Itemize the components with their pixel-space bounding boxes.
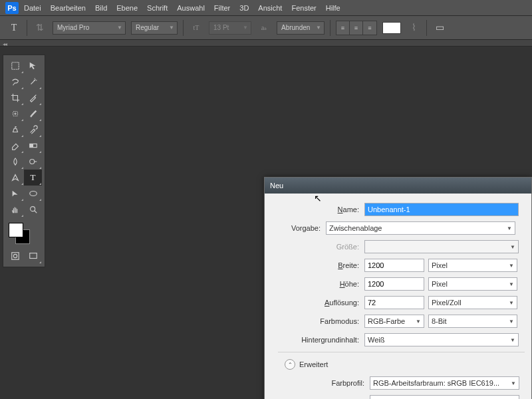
menu-datei[interactable]: Datei bbox=[24, 4, 41, 12]
height-unit-select[interactable]: Pixel▼ bbox=[428, 277, 517, 291]
path-select-tool[interactable] bbox=[6, 186, 24, 201]
size-select: ▼ bbox=[364, 240, 519, 253]
clone-stamp-tool[interactable] bbox=[6, 122, 24, 138]
resolution-unit-select[interactable]: Pixel/Zoll▼ bbox=[428, 296, 517, 309]
font-size-combo[interactable]: 13 Pt▼ bbox=[209, 21, 251, 35]
pen-tool[interactable] bbox=[6, 170, 24, 186]
advanced-toggle[interactable]: ⌃ Erweitert bbox=[265, 359, 531, 370]
align-left-button[interactable]: ≡ bbox=[336, 21, 350, 35]
colorprofile-label: Farbprofil: bbox=[265, 379, 370, 387]
menubar: Ps Datei Bearbeiten Bild Ebene Schrift A… bbox=[0, 0, 532, 16]
type-tool[interactable]: T bbox=[24, 170, 42, 186]
menu-bild[interactable]: Bild bbox=[95, 4, 107, 12]
zoom-tool[interactable] bbox=[24, 201, 42, 217]
warp-text-icon[interactable]: ⌇ bbox=[406, 21, 421, 35]
eraser-tool[interactable] bbox=[6, 138, 24, 154]
menu-hilfe[interactable]: Hilfe bbox=[326, 4, 340, 12]
shape-tool[interactable] bbox=[24, 186, 42, 201]
app-logo-icon: Ps bbox=[5, 2, 19, 14]
quickmask-button[interactable] bbox=[6, 248, 24, 264]
screenmode-button[interactable] bbox=[24, 248, 42, 264]
new-document-dialog: Neu Name: Vorgabe: Zwischenablage▼ Größe… bbox=[264, 177, 532, 399]
text-color-swatch[interactable] bbox=[382, 22, 401, 34]
background-select[interactable]: Weiß▼ bbox=[364, 333, 519, 346]
type-tool-icon: T bbox=[7, 21, 21, 35]
height-input[interactable] bbox=[364, 277, 424, 291]
height-label: Höhe: bbox=[265, 280, 364, 288]
font-style-combo[interactable]: Regular▼ bbox=[131, 21, 178, 35]
magic-wand-tool[interactable] bbox=[24, 74, 42, 90]
foreground-color[interactable] bbox=[9, 223, 23, 237]
name-input[interactable] bbox=[364, 203, 519, 216]
dialog-titlebar[interactable]: Neu bbox=[265, 178, 531, 194]
font-family-combo[interactable]: Myriad Pro▼ bbox=[53, 21, 126, 35]
svg-point-5 bbox=[29, 192, 37, 196]
svg-rect-9 bbox=[29, 253, 37, 259]
antialias-combo[interactable]: Abrunden▼ bbox=[277, 21, 325, 35]
options-bar: T ⇅ Myriad Pro▼ Regular▼ tT 13 Pt▼ aₐ Ab… bbox=[0, 16, 532, 40]
brush-tool[interactable] bbox=[24, 106, 42, 122]
svg-rect-7 bbox=[11, 253, 19, 260]
aspect-select[interactable]: Quadratische Pixel▼ bbox=[370, 395, 519, 399]
colormode-label: Farbmodus: bbox=[265, 317, 364, 325]
text-orientation-icon[interactable]: ⇅ bbox=[33, 21, 47, 35]
resolution-label: Auflösung: bbox=[265, 299, 364, 307]
width-input[interactable] bbox=[364, 259, 424, 272]
background-label: Hintergrundinhalt: bbox=[265, 336, 364, 344]
chevron-up-icon: ⌃ bbox=[285, 359, 295, 370]
name-label: Name: bbox=[265, 205, 364, 213]
menu-filter[interactable]: Filter bbox=[214, 4, 230, 12]
gradient-tool[interactable] bbox=[24, 138, 42, 154]
color-swatches[interactable] bbox=[6, 221, 42, 247]
colormode-select[interactable]: RGB-Farbe▼ bbox=[364, 315, 424, 328]
menu-auswahl[interactable]: Auswahl bbox=[177, 4, 205, 12]
svg-point-8 bbox=[13, 254, 17, 257]
menu-ansicht[interactable]: Ansicht bbox=[258, 4, 282, 12]
move-tool[interactable] bbox=[24, 58, 42, 74]
menu-bearbeiten[interactable]: Bearbeiten bbox=[51, 4, 86, 12]
align-center-button[interactable]: ≡ bbox=[350, 21, 363, 35]
tools-panel: T bbox=[3, 55, 45, 267]
svg-rect-0 bbox=[11, 63, 19, 70]
hand-tool[interactable] bbox=[6, 201, 24, 217]
svg-point-6 bbox=[30, 207, 35, 211]
healing-brush-tool[interactable] bbox=[6, 106, 24, 122]
width-label: Breite: bbox=[265, 261, 364, 269]
colorprofile-select[interactable]: RGB-Arbeitsfarbraum: sRGB IEC619...▼ bbox=[370, 376, 519, 390]
resolution-input[interactable] bbox=[364, 296, 424, 309]
bitdepth-select[interactable]: 8-Bit▼ bbox=[428, 315, 517, 328]
align-right-button[interactable]: ≡ bbox=[363, 21, 376, 35]
preset-label: Vorgabe: bbox=[265, 224, 326, 232]
preset-select[interactable]: Zwischenablage▼ bbox=[326, 221, 515, 235]
font-size-icon: tT bbox=[189, 21, 203, 35]
marquee-tool[interactable] bbox=[6, 58, 24, 74]
history-brush-tool[interactable] bbox=[24, 122, 42, 138]
panels-icon[interactable]: ▭ bbox=[432, 21, 447, 35]
text-align-group: ≡ ≡ ≡ bbox=[336, 21, 377, 35]
document-tabstrip: ◂◂ bbox=[0, 40, 532, 47]
size-label: Größe: bbox=[265, 243, 364, 251]
svg-rect-3 bbox=[29, 144, 33, 147]
workspace: T Neu Name: Vorgabe: Zwischen bbox=[0, 47, 532, 399]
dodge-tool[interactable] bbox=[24, 154, 42, 170]
width-unit-select[interactable]: Pixel▼ bbox=[428, 259, 517, 272]
crop-tool[interactable] bbox=[6, 90, 24, 106]
lasso-tool[interactable] bbox=[6, 74, 24, 90]
eyedropper-tool[interactable] bbox=[24, 90, 42, 106]
menu-3d[interactable]: 3D bbox=[239, 4, 249, 12]
svg-point-4 bbox=[29, 160, 34, 164]
menu-schrift[interactable]: Schrift bbox=[147, 4, 168, 12]
blur-tool[interactable] bbox=[6, 154, 24, 170]
aa-icon: aₐ bbox=[257, 21, 271, 35]
menu-fenster[interactable]: Fenster bbox=[291, 4, 316, 12]
menu-ebene[interactable]: Ebene bbox=[116, 4, 138, 12]
